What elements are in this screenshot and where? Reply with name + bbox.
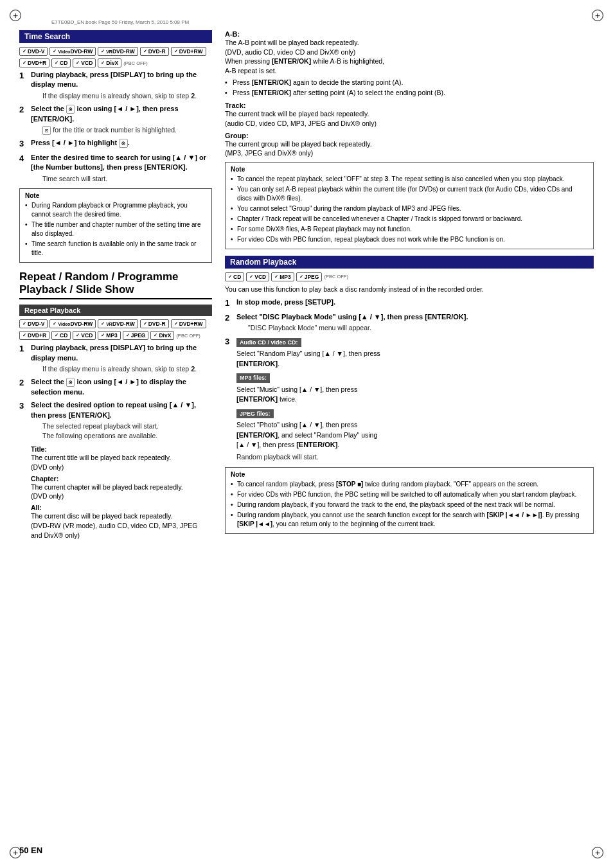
badge-video-dvdrw: VideoDVD-RW <box>49 47 96 56</box>
ab-title: A-B: <box>225 30 240 38</box>
random-intro: You can use this function to play back a… <box>225 285 594 294</box>
rand-note-item: During random playback, if you forward t… <box>231 500 588 509</box>
note-item: During Random playback or Programme play… <box>25 201 206 219</box>
repeat-formats-row1: DVD-V VideoDVD-RW VRDVD-RW DVD-R DVD+RW <box>19 319 212 328</box>
repeat-notes: Note To cancel the repeat playback, sele… <box>225 162 594 249</box>
time-search-header: Time Search <box>19 30 212 43</box>
rep-step-2: 2 Select the ⊙ icon using [◄ / ►] to dis… <box>19 377 212 397</box>
rand-step-1: 1 In stop mode, press [SETUP]. <box>225 297 594 309</box>
page-header: E7TE0BD_EN.book Page 50 Friday, March 5,… <box>19 19 594 25</box>
rand-step-2: 2 Select "DISC Playback Mode" using [▲ /… <box>225 312 594 333</box>
rep-note-item: For some DivX® files, A-B Repeat playbac… <box>231 225 588 234</box>
step-4: 4 Enter the desired time to search for u… <box>19 153 212 183</box>
badge-rep-dvdprw: DVD+RW <box>171 319 206 328</box>
random-formats: CD VCD MP3 JPEG (PBC OFF) <box>225 272 594 281</box>
rep-step-1: 1 During playback, press [DISPLAY] to br… <box>19 343 212 374</box>
note-item: Time search function is available only i… <box>25 240 206 258</box>
time-search-pbc-note: (PBC OFF) <box>123 60 148 66</box>
right-column: A-B: The A-B point will be played back r… <box>225 30 594 542</box>
badge-dvdpr: DVD+R <box>19 58 49 67</box>
badge-rep-mp3: MP3 <box>98 331 120 340</box>
badge-dvdprw: DVD+RW <box>171 47 206 56</box>
option-chapter: Chapter: The current chapter will be pla… <box>31 475 212 501</box>
random-playback-section: Random Playback CD VCD MP3 JPEG (PBC OFF… <box>225 256 594 534</box>
rand-step-3: 3 Audio CD / video CD: Select "Random Pl… <box>225 336 594 462</box>
time-search-section: Time Search DVD-V VideoDVD-RW VRDVD-RW D… <box>19 30 212 263</box>
badge-rand-vcd: VCD <box>246 272 269 281</box>
rep-note-item: You can only set A-B repeat playback wit… <box>231 185 588 203</box>
rep-note-item: Chapter / Track repeat will be cancelled… <box>231 215 588 224</box>
time-search-note: Note During Random playback or Programme… <box>19 188 212 263</box>
badge-vr-dvdrw: VRDVD-RW <box>98 47 138 56</box>
page-footer: 50 EN <box>19 846 42 855</box>
random-pbc-note: (PBC OFF) <box>324 274 348 279</box>
badge-cd: CD <box>51 58 71 67</box>
rep-note-item: To cancel the repeat playback, select "O… <box>231 175 588 184</box>
random-playback-header: Random Playback <box>225 256 594 269</box>
badge-vcd: VCD <box>73 58 96 67</box>
rep-step-3: 3 Select the desired option to repeat us… <box>19 400 212 440</box>
ab-section: A-B: The A-B point will be played back r… <box>225 30 594 98</box>
mp3-files-label: MP3 files: <box>236 373 270 383</box>
random-notes: Note To cancel random playback, press [S… <box>225 467 594 534</box>
rand-note-item: For video CDs with PBC function, the PBC… <box>231 490 588 499</box>
badge-dvd-v: DVD-V <box>19 47 48 56</box>
badge-rep-dvdr: DVD-R <box>140 319 169 328</box>
time-search-formats-row1: DVD-V VideoDVD-RW VRDVD-RW DVD-R DVD+RW <box>19 47 212 56</box>
badge-rep-vcd: VCD <box>73 331 96 340</box>
random-steps: 1 In stop mode, press [SETUP]. 2 Select … <box>225 297 594 462</box>
option-title: Title: The current title will be played … <box>31 445 212 472</box>
badge-rep-dvdpr: DVD+R <box>19 331 49 340</box>
step-1: 1 During playback, press [DISPLAY] to br… <box>19 70 212 101</box>
time-search-formats-row2: DVD+R CD VCD DivX (PBC OFF) <box>19 58 212 67</box>
badge-dvdr: DVD-R <box>140 47 169 56</box>
time-search-steps: 1 During playback, press [DISPLAY] to br… <box>19 70 212 183</box>
audio-cd-label: Audio CD / video CD: <box>236 338 301 348</box>
option-all: All: The current disc will be played bac… <box>31 504 212 540</box>
badge-rand-mp3: MP3 <box>271 272 294 281</box>
ab-body: The A-B point will be played back repeat… <box>225 39 384 75</box>
repeat-pbc-note: (PBC OFF) <box>176 333 200 339</box>
jpeg-files-label: JPEG files: <box>236 409 274 419</box>
repeat-random-section-title: Repeat / Random / Programme Playback / S… <box>19 270 212 299</box>
repeat-formats-row2: DVD+R CD VCD MP3 JPEG DivX (PBC OFF) <box>19 331 212 340</box>
repeat-playback-header: Repeat Playback <box>19 305 212 316</box>
badge-rep-divx: DivX <box>150 331 174 340</box>
badge-rand-jpeg: JPEG <box>296 272 323 281</box>
repeat-steps: 1 During playback, press [DISPLAY] to br… <box>19 343 212 440</box>
rand-note-item: To cancel random playback, press [STOP ■… <box>231 480 588 489</box>
badge-rep-cd: CD <box>51 331 71 340</box>
group-section: Group: The current group will be played … <box>225 132 594 158</box>
badge-rep-video-dvdrw: VideoDVD-RW <box>49 319 96 328</box>
badge-rep-dvdv: DVD-V <box>19 319 48 328</box>
badge-divx: DivX <box>98 58 121 67</box>
track-section: Track: The current track will be played … <box>225 102 594 128</box>
badge-rep-vr-dvdrw: VRDVD-RW <box>98 319 138 328</box>
rep-note-item: For video CDs with PBC function, repeat … <box>231 235 588 244</box>
step-2: 2 Select the ⊙ icon using [◄ / ►], then … <box>19 104 212 134</box>
rand-note-item: During random playback, you cannot use t… <box>231 511 588 529</box>
step-3: 3 Press [◄ / ►] to highlight ⊙. <box>19 138 212 150</box>
ab-bullet: • Press [ENTER/OK] after setting point (… <box>225 88 594 98</box>
rep-note-item: You cannot select "Group" during the ran… <box>231 204 588 213</box>
left-column: Time Search DVD-V VideoDVD-RW VRDVD-RW D… <box>19 30 212 542</box>
badge-rep-jpeg: JPEG <box>123 331 149 340</box>
badge-rand-cd: CD <box>225 272 244 281</box>
ab-bullet: • Press [ENTER/OK] again to decide the s… <box>225 78 594 87</box>
note-item: The title number and chapter number of t… <box>25 220 206 238</box>
